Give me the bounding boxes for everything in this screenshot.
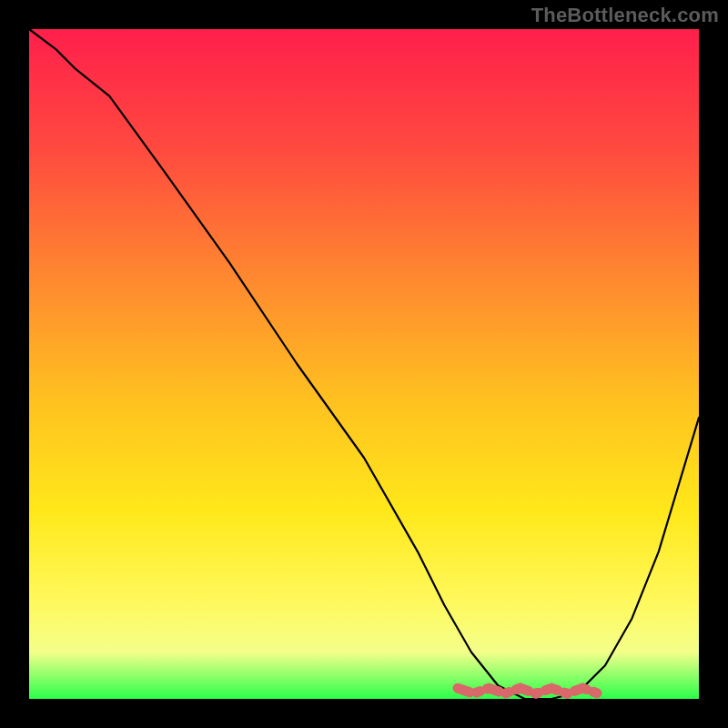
watermark-label: TheBottleneck.com	[531, 4, 719, 27]
plot-background	[29, 29, 699, 699]
chart-frame: TheBottleneck.com	[0, 0, 728, 728]
optimal-zone-marker	[458, 688, 599, 693]
bottleneck-chart	[0, 0, 728, 728]
